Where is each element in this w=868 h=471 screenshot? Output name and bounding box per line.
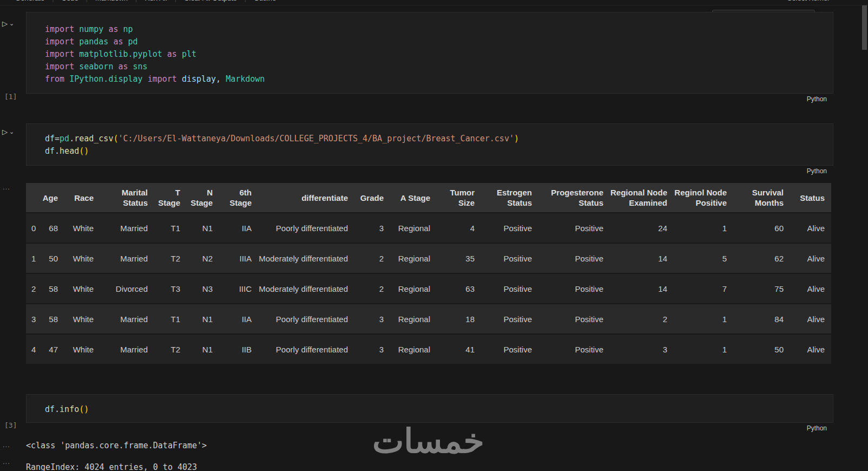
table-cell: T3: [154, 273, 187, 304]
table-cell: Positive: [481, 334, 538, 364]
table-cell: N3: [187, 273, 219, 304]
table-cell: White: [64, 243, 100, 273]
table-cell: IIB: [219, 334, 258, 364]
column-header: Regional Node Examined: [610, 183, 674, 213]
code-line[interactable]: df.info(): [45, 403, 833, 416]
table-cell: 18: [437, 304, 481, 334]
column-header: Race: [64, 183, 100, 213]
table-cell: Positive: [481, 213, 538, 243]
code-content[interactable]: df.info(): [27, 395, 833, 422]
table-cell: Married: [100, 213, 154, 243]
table-cell: 35: [437, 243, 481, 273]
code-line[interactable]: from IPython.display import display, Mar…: [45, 73, 833, 86]
column-header: 6th Stage: [219, 183, 258, 213]
toolbar-item-code[interactable]: Code: [62, 0, 78, 2]
column-header: Estrogen Status: [481, 183, 538, 213]
code-editor[interactable]: df.info(): [26, 394, 833, 423]
code-line[interactable]: df.head(): [45, 145, 833, 158]
table-cell: Positive: [538, 213, 610, 243]
row-index: 1: [26, 243, 40, 273]
table-cell: IIIA: [219, 243, 258, 273]
chevron-down-icon[interactable]: ⌄: [9, 128, 14, 135]
table-cell: 7: [674, 273, 733, 304]
select-kernel-button[interactable]: Select Kernel: [787, 0, 829, 2]
toolbar-item-generate[interactable]: Generate: [15, 0, 44, 2]
table-cell: 63: [437, 273, 481, 304]
toolbar-item-clear-all-outputs[interactable]: Clear All Outputs: [184, 0, 237, 2]
table-cell: 14: [610, 243, 674, 273]
table-cell: 50: [733, 334, 790, 364]
column-header: Reginol Node Positive: [674, 183, 733, 213]
output-collapse-indicator[interactable]: ...: [3, 441, 10, 449]
table-cell: T1: [154, 304, 187, 334]
table-cell: Divorced: [100, 273, 154, 304]
cell-language-label[interactable]: Python: [807, 424, 827, 432]
column-header: Progesterone Status: [538, 183, 610, 213]
table-cell: Regional: [390, 213, 437, 243]
toolbar-separator: |: [245, 0, 246, 2]
column-header: Marital Status: [100, 183, 154, 213]
toolbar-separator: |: [175, 0, 176, 2]
run-icon[interactable]: ▷: [2, 19, 8, 28]
table-cell: Married: [100, 243, 154, 273]
table-cell: 24: [610, 213, 674, 243]
column-header: Survival Months: [733, 183, 790, 213]
vertical-scrollbar-thumb[interactable]: [862, 5, 867, 50]
column-header: Tumor Size: [437, 183, 481, 213]
code-content[interactable]: df=pd.read_csv('C:/Users/El-Wattaneya/Do…: [27, 124, 833, 165]
table-cell: 1: [674, 304, 733, 334]
table-cell: 1: [674, 334, 733, 364]
table-cell: IIIC: [219, 273, 258, 304]
run-cell-button[interactable]: ▷⌄: [2, 128, 14, 136]
code-line[interactable]: import pandas as pd: [45, 36, 833, 48]
table-cell: Positive: [481, 304, 538, 334]
code-editor[interactable]: df=pd.read_csv('C:/Users/El-Wattaneya/Do…: [26, 123, 833, 166]
code-line[interactable]: df=pd.read_csv('C:/Users/El-Wattaneya/Do…: [45, 133, 833, 145]
table-cell: White: [64, 213, 100, 243]
toolbar-item-run-all[interactable]: Run All: [144, 0, 167, 2]
output-collapse-indicator[interactable]: ...: [3, 183, 10, 191]
notebook-toolbar: Generate|Code|Markdown|Run All|Clear All…: [0, 0, 868, 5]
dataframe-table: AgeRaceMarital StatusT StageN Stage6th S…: [26, 183, 831, 365]
chevron-down-icon[interactable]: ⌄: [9, 20, 14, 27]
column-header: T Stage: [154, 183, 187, 213]
table-cell: IIA: [219, 304, 258, 334]
output-collapse-indicator[interactable]: ...: [3, 457, 10, 466]
table-cell: 3: [610, 334, 674, 364]
execution-count: [1]: [4, 93, 17, 101]
table-cell: IIA: [219, 213, 258, 243]
column-header: A Stage: [390, 183, 437, 213]
table-cell: Poorly differentiated: [258, 304, 354, 334]
table-cell: N1: [187, 334, 219, 364]
table-row: 258WhiteDivorcedT3N3IIICModerately diffe…: [26, 273, 831, 304]
table-cell: 60: [733, 213, 790, 243]
toolbar-item-markdown[interactable]: Markdown: [95, 0, 128, 2]
table-cell: N1: [187, 304, 219, 334]
table-cell: 58: [40, 273, 64, 304]
table-cell: 2: [354, 273, 390, 304]
column-header: N Stage: [187, 183, 219, 213]
table-cell: 58: [40, 304, 64, 334]
table-cell: 14: [610, 273, 674, 304]
table-cell: Moderately differentiated: [258, 273, 354, 304]
table-cell: N1: [187, 213, 219, 243]
cell-language-label[interactable]: Python: [807, 167, 827, 175]
code-line[interactable]: import numpy as np: [45, 23, 833, 36]
table-cell: Regional: [390, 273, 437, 304]
table-cell: T1: [154, 213, 187, 243]
table-cell: 68: [40, 213, 64, 243]
code-line[interactable]: import matplotlib.pyplot as plt: [45, 48, 833, 61]
run-icon[interactable]: ▷: [2, 128, 8, 136]
table-cell: T2: [154, 243, 187, 273]
dataframe-output: AgeRaceMarital StatusT StageN Stage6th S…: [26, 183, 831, 365]
toolbar-separator: |: [52, 0, 54, 2]
table-cell: 4: [437, 213, 481, 243]
code-line[interactable]: import seaborn as sns: [45, 61, 833, 73]
cell-language-label[interactable]: Python: [807, 95, 827, 103]
code-editor[interactable]: import numpy as npimport pandas as pdimp…: [26, 12, 833, 94]
table-cell: Regional: [390, 304, 437, 334]
code-content[interactable]: import numpy as npimport pandas as pdimp…: [27, 12, 833, 93]
table-row: 447WhiteMarriedT2N1IIBPoorly differentia…: [26, 334, 831, 364]
run-cell-button[interactable]: ▷⌄: [2, 19, 14, 28]
toolbar-item-outline[interactable]: Outline: [254, 0, 276, 2]
